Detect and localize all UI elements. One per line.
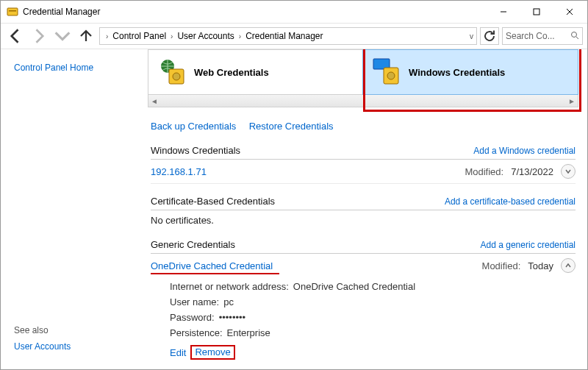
modified-value: Today: [528, 260, 553, 271]
detail-persistence-label: Persistence:: [170, 327, 223, 338]
up-button[interactable]: [76, 26, 96, 46]
chevron-right-icon[interactable]: ›: [169, 32, 174, 40]
modified-value: 7/13/2022: [511, 166, 553, 177]
no-certificates-text: No certificates.: [151, 210, 576, 227]
app-icon: [7, 6, 18, 18]
modified-label: Modified:: [482, 260, 521, 271]
detail-password-value: ••••••••: [219, 312, 245, 323]
windows-credentials-tile[interactable]: Windows Credentials: [362, 49, 578, 95]
detail-persistence-value: Enterprise: [227, 327, 270, 338]
credential-detail: Internet or network address:OneDrive Cac…: [151, 277, 576, 361]
credential-name[interactable]: OneDrive Cached Credential: [151, 260, 273, 271]
collapse-button[interactable]: [561, 258, 576, 273]
address-bar[interactable]: › Control Panel › User Accounts › Creden…: [99, 27, 477, 45]
detail-address-label: Internet or network address:: [170, 281, 289, 292]
section-title: Generic Credentials: [151, 239, 235, 250]
body: Control Panel Home See also User Account…: [1, 49, 587, 369]
scroll-right-icon[interactable]: ►: [568, 97, 576, 105]
section-title: Windows Credentials: [151, 145, 240, 156]
web-credentials-tile[interactable]: Web Credentials: [148, 50, 363, 94]
credential-name[interactable]: 192.168.1.71: [151, 166, 207, 177]
forward-button[interactable]: [29, 26, 49, 46]
remove-link[interactable]: Remove: [190, 345, 234, 360]
windows-credentials-label: Windows Credentials: [409, 67, 505, 78]
main-panel: Web Credentials Windows Credentials ◄ ►: [148, 49, 587, 369]
close-button[interactable]: [553, 1, 586, 23]
control-panel-home-link[interactable]: Control Panel Home: [14, 63, 135, 73]
restore-credentials-link[interactable]: Restore Credentials: [249, 121, 334, 132]
detail-username-value: pc: [223, 296, 234, 307]
add-certificate-credential-link[interactable]: Add a certificate-based credential: [445, 196, 576, 207]
monitor-safe-icon: [372, 57, 401, 87]
scroll-left-icon[interactable]: ◄: [151, 97, 158, 105]
credential-entry[interactable]: 192.168.1.71 Modified: 7/13/2022: [151, 160, 576, 184]
maximize-button[interactable]: [520, 1, 553, 23]
certificate-credentials-section: Certificate-Based Credentials Add a cert…: [151, 191, 576, 227]
breadcrumb-segment[interactable]: Credential Manager: [244, 31, 324, 41]
backup-restore-row: Back up Credentials Restore Credentials: [151, 121, 578, 132]
svg-point-11: [173, 73, 180, 80]
detail-password-label: Password:: [170, 312, 215, 323]
chevron-right-icon[interactable]: ›: [237, 32, 243, 40]
backup-credentials-link[interactable]: Back up Credentials: [151, 121, 236, 132]
detail-address-value: OneDrive Cached Credential: [293, 281, 415, 292]
search-placeholder: Search Co...: [506, 31, 570, 41]
svg-rect-0: [7, 8, 18, 15]
expand-button[interactable]: [561, 164, 576, 179]
modified-label: Modified:: [465, 166, 503, 177]
svg-line-8: [576, 37, 578, 39]
search-icon: [570, 31, 579, 42]
globe-safe-icon: [157, 57, 187, 87]
windows-credentials-section: Windows Credentials Add a Windows creden…: [151, 140, 576, 184]
minimize-button[interactable]: [487, 1, 520, 23]
svg-rect-3: [534, 9, 539, 15]
chevron-right-icon[interactable]: ›: [104, 32, 110, 40]
svg-point-7: [572, 32, 577, 37]
edit-link[interactable]: Edit: [170, 347, 186, 358]
annotation-underline: [151, 273, 279, 274]
add-generic-credential-link[interactable]: Add a generic credential: [481, 240, 576, 250]
user-accounts-link[interactable]: User Accounts: [14, 341, 135, 352]
credential-manager-window: Credential Manager › Control Panel › Use…: [0, 0, 588, 370]
add-windows-credential-link[interactable]: Add a Windows credential: [473, 146, 576, 156]
web-credentials-label: Web Credentials: [194, 67, 269, 78]
breadcrumb-segment[interactable]: Control Panel: [111, 31, 168, 41]
sidebar: Control Panel Home See also User Account…: [1, 49, 148, 369]
credential-type-tiles: Web Credentials Windows Credentials ◄ ►: [148, 49, 578, 107]
window-title: Credential Manager: [23, 7, 100, 17]
chevron-down-icon[interactable]: v: [470, 32, 473, 40]
search-input[interactable]: Search Co...: [502, 27, 583, 45]
recent-locations-button[interactable]: [52, 26, 73, 46]
navbar: › Control Panel › User Accounts › Creden…: [1, 23, 587, 49]
svg-point-14: [387, 72, 395, 79]
section-title: Certificate-Based Credentials: [151, 196, 275, 207]
generic-credentials-section: Generic Credentials Add a generic creden…: [151, 235, 576, 361]
horizontal-scrollbar[interactable]: ◄ ►: [148, 95, 578, 107]
titlebar: Credential Manager: [1, 1, 587, 23]
detail-username-label: User name:: [170, 296, 219, 307]
refresh-button[interactable]: [480, 27, 499, 45]
breadcrumb-segment[interactable]: User Accounts: [176, 31, 235, 41]
see-also-label: See also: [14, 325, 135, 335]
svg-rect-1: [9, 10, 16, 12]
back-button[interactable]: [5, 26, 26, 46]
